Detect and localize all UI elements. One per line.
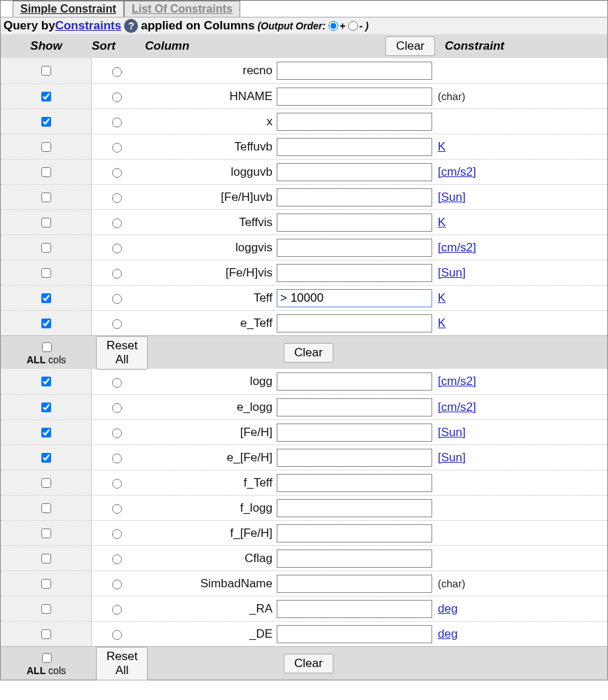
sort-radio[interactable] <box>112 168 122 178</box>
sort-radio[interactable] <box>112 319 122 329</box>
sort-radio[interactable] <box>112 67 122 77</box>
constraint-input[interactable] <box>277 314 432 332</box>
show-checkbox[interactable] <box>41 377 51 386</box>
sort-radio[interactable] <box>112 554 122 564</box>
constraints-panel: Simple Constraint List Of Constraints Qu… <box>0 0 608 680</box>
constraint-input[interactable] <box>277 449 432 467</box>
sort-radio[interactable] <box>112 269 122 279</box>
unit-link[interactable]: K <box>438 291 445 304</box>
show-checkbox[interactable] <box>41 579 51 589</box>
reset-all-button-2[interactable]: Reset All <box>96 647 148 680</box>
reset-all-button-1[interactable]: Reset All <box>96 336 148 370</box>
show-checkbox[interactable] <box>41 318 51 328</box>
show-checkbox[interactable] <box>41 243 51 253</box>
constraint-input[interactable] <box>277 289 432 307</box>
all-cols-checkbox-2[interactable] <box>42 653 52 663</box>
sort-radio[interactable] <box>112 605 122 615</box>
constraint-input[interactable] <box>277 88 432 106</box>
constraint-input[interactable] <box>277 499 432 517</box>
show-checkbox[interactable] <box>41 428 51 438</box>
unit-link[interactable]: [cm/s2] <box>438 400 476 414</box>
constraint-unit-cell: [Sun] <box>435 451 607 465</box>
unit-link[interactable]: [cm/s2] <box>438 241 476 254</box>
show-checkbox[interactable] <box>41 503 51 513</box>
all-cols-checkbox-1[interactable] <box>42 342 52 352</box>
unit-link[interactable]: [cm/s2] <box>438 374 476 388</box>
column-name: x <box>141 115 275 129</box>
clear-header-button[interactable]: Clear <box>385 36 435 56</box>
sort-radio[interactable] <box>112 504 122 514</box>
sort-radio[interactable] <box>112 454 122 463</box>
tab-simple-constraint[interactable]: Simple Constraint <box>13 1 124 17</box>
unit-link[interactable]: [Sun] <box>438 190 466 204</box>
show-checkbox[interactable] <box>41 453 51 463</box>
constraint-input[interactable] <box>277 625 432 643</box>
show-checkbox[interactable] <box>41 66 51 76</box>
sort-radio[interactable] <box>112 529 122 539</box>
unit-link[interactable]: [cm/s2] <box>438 165 476 178</box>
sort-radio[interactable] <box>112 118 122 127</box>
help-icon[interactable]: ? <box>124 19 138 33</box>
constraint-input[interactable] <box>277 163 432 181</box>
unit-link[interactable]: K <box>438 316 445 330</box>
show-checkbox[interactable] <box>41 402 51 412</box>
constraints-link[interactable]: Constraints <box>55 19 121 33</box>
show-checkbox[interactable] <box>41 528 51 538</box>
constraint-input[interactable] <box>277 264 432 282</box>
show-checkbox[interactable] <box>41 167 51 177</box>
show-checkbox[interactable] <box>41 142 51 152</box>
sort-radio[interactable] <box>112 92 122 102</box>
table-row: loggvis[cm/s2] <box>1 234 607 260</box>
show-checkbox[interactable] <box>41 478 51 488</box>
constraint-input[interactable] <box>277 524 432 542</box>
constraint-input[interactable] <box>277 398 432 416</box>
show-checkbox[interactable] <box>41 218 51 227</box>
unit-link[interactable]: [Sun] <box>438 426 466 439</box>
constraint-input[interactable] <box>277 62 432 80</box>
clear-button-1[interactable]: Clear <box>284 343 333 363</box>
sort-radio[interactable] <box>112 294 122 304</box>
column-name: [Fe/H]uvb <box>141 190 275 204</box>
sort-radio[interactable] <box>112 479 122 489</box>
sort-radio[interactable] <box>112 428 122 438</box>
show-checkbox[interactable] <box>41 293 51 303</box>
constraint-input[interactable] <box>277 600 432 618</box>
show-checkbox[interactable] <box>41 629 51 639</box>
order-asc-radio[interactable] <box>329 21 338 31</box>
sort-radio[interactable] <box>112 244 122 253</box>
unit-link[interactable]: K <box>438 216 445 229</box>
show-checkbox[interactable] <box>41 604 51 614</box>
constraint-input[interactable] <box>277 239 432 257</box>
sort-radio[interactable] <box>112 630 122 640</box>
constraint-input[interactable] <box>277 372 432 391</box>
sort-radio[interactable] <box>112 218 122 228</box>
unit-link[interactable]: deg <box>438 602 457 615</box>
unit-link[interactable]: K <box>438 140 445 153</box>
constraint-input[interactable] <box>277 550 432 568</box>
show-cell <box>1 546 92 570</box>
show-checkbox[interactable] <box>41 117 51 127</box>
constraint-input[interactable] <box>277 113 432 131</box>
constraint-input[interactable] <box>277 474 432 492</box>
unit-link[interactable]: deg <box>438 627 457 640</box>
constraint-input[interactable] <box>277 424 432 442</box>
show-checkbox[interactable] <box>41 92 51 102</box>
show-checkbox[interactable] <box>41 268 51 278</box>
sort-radio[interactable] <box>112 143 122 153</box>
show-checkbox[interactable] <box>41 192 51 202</box>
sort-radio[interactable] <box>112 193 122 203</box>
sort-radio[interactable] <box>112 403 122 413</box>
sort-radio[interactable] <box>112 580 122 589</box>
clear-button-2[interactable]: Clear <box>284 654 333 673</box>
constraint-input[interactable] <box>277 138 432 156</box>
sort-cell <box>92 210 141 234</box>
constraint-input[interactable] <box>277 575 432 593</box>
order-desc-radio[interactable] <box>348 21 358 31</box>
constraint-input[interactable] <box>277 188 432 206</box>
sort-radio[interactable] <box>112 378 122 388</box>
tab-list-constraints[interactable]: List Of Constraints <box>124 1 240 17</box>
constraint-input[interactable] <box>277 214 432 232</box>
unit-link[interactable]: [Sun] <box>438 451 466 464</box>
show-checkbox[interactable] <box>41 554 51 564</box>
unit-link[interactable]: [Sun] <box>438 266 466 279</box>
